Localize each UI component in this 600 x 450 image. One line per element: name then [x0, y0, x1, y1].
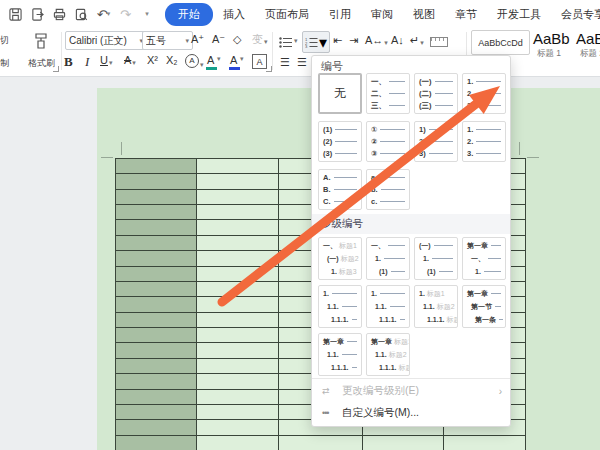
grow-font-button[interactable]: A⁺: [191, 34, 204, 45]
multilevel-option-2[interactable]: 一、1.(1): [366, 237, 410, 280]
save-icon[interactable]: [6, 5, 25, 24]
bullets-caret-icon[interactable]: ▾: [293, 37, 298, 44]
numbering-option-8[interactable]: A.B.C.: [318, 169, 362, 210]
table-cell[interactable]: [116, 190, 197, 205]
table-cell[interactable]: [197, 251, 279, 266]
style-heading2-preview[interactable]: AaBb: [576, 30, 600, 47]
clipboard-dialog-launcher[interactable]: [53, 66, 59, 72]
table-cell[interactable]: [197, 390, 279, 405]
font-size-combo[interactable]: 五号▾: [142, 31, 193, 50]
multilevel-option-1[interactable]: 一、标题1(一)标题21.标题3: [318, 237, 362, 280]
table-cell[interactable]: [116, 343, 197, 358]
numbering-option-4[interactable]: (1)(2)(3): [318, 121, 362, 162]
numbering-option-7[interactable]: 1.2.3.: [462, 121, 506, 162]
pinyin-guide-icon[interactable]: 变▾: [252, 34, 268, 45]
tab-引用[interactable]: 引用: [319, 4, 361, 25]
undo-caret-icon[interactable]: ▾: [107, 10, 111, 18]
table-cell[interactable]: [197, 267, 279, 282]
multilevel-option-5[interactable]: 1.1.1.1.1.1.: [318, 285, 362, 328]
underline-button[interactable]: U▾: [100, 55, 112, 66]
strikethrough-button[interactable]: A▾: [124, 55, 136, 66]
table-cell[interactable]: [197, 343, 279, 358]
table-cell[interactable]: [116, 328, 197, 343]
tab-插入[interactable]: 插入: [213, 4, 255, 25]
table-cell[interactable]: [197, 405, 279, 420]
highlight-color-button[interactable]: A: [207, 55, 214, 66]
undo-icon[interactable]: ↶▾: [94, 5, 113, 24]
table-cell[interactable]: [197, 236, 279, 251]
numbering-button[interactable]: 123 ▾: [302, 31, 330, 53]
font-color-button[interactable]: A: [230, 55, 237, 66]
print-preview-icon[interactable]: [72, 5, 91, 24]
table-cell[interactable]: [197, 359, 279, 374]
copy-button[interactable]: 复制: [0, 57, 9, 70]
subscript-button[interactable]: X₂: [166, 55, 178, 66]
table-cell[interactable]: [116, 420, 197, 435]
table-cell[interactable]: [116, 282, 197, 297]
numbering-option-6[interactable]: 1)2)3): [414, 121, 458, 162]
italic-button[interactable]: I: [85, 55, 89, 68]
multilevel-option-8[interactable]: 第一章第一节第一条: [462, 285, 506, 328]
multilevel-option-6[interactable]: 1.1.1.1.1.1.: [366, 285, 410, 328]
table-cell[interactable]: [116, 405, 197, 420]
table-cell[interactable]: [116, 205, 197, 220]
numbering-option-1[interactable]: 一、二、三、: [366, 73, 410, 114]
table-cell[interactable]: [197, 282, 279, 297]
tab-章节[interactable]: 章节: [445, 4, 487, 25]
multilevel-option-3[interactable]: (一)1.(1): [414, 237, 458, 280]
align-left-icon[interactable]: ☰: [280, 57, 290, 68]
enclose-character-icon[interactable]: A▾: [185, 54, 204, 68]
tab-开发工具[interactable]: 开发工具: [487, 4, 551, 25]
tab-会员专享[interactable]: 会员专享: [551, 4, 600, 25]
tab-页面布局[interactable]: 页面布局: [255, 4, 319, 25]
format-painter-icon[interactable]: [33, 32, 49, 54]
style-body-text[interactable]: AaBbCcDd: [471, 30, 530, 55]
table-cell[interactable]: [197, 420, 279, 435]
numbering-option-9[interactable]: a.b.c.: [366, 169, 410, 210]
increase-indent-icon[interactable]: ⇥: [349, 35, 358, 46]
font-name-combo[interactable]: Calibri (正文)▾: [65, 31, 147, 50]
align-center-icon[interactable]: ☰: [297, 57, 307, 68]
bold-button[interactable]: B: [64, 55, 73, 68]
show-marks-icon[interactable]: ↵▾: [410, 35, 424, 46]
table-cell[interactable]: [197, 190, 279, 205]
table-cell[interactable]: [116, 359, 197, 374]
tab-视图[interactable]: 视图: [403, 4, 445, 25]
table-cell[interactable]: [197, 313, 279, 328]
bullets-icon[interactable]: [279, 34, 292, 52]
numbering-option-2[interactable]: (一)(二)(三): [414, 73, 458, 114]
superscript-button[interactable]: X²: [147, 55, 158, 66]
multilevel-option-9[interactable]: 第一章1.1.1.1.1.: [318, 333, 362, 376]
multilevel-option-4[interactable]: 第一章一、1.: [462, 237, 506, 280]
table-cell[interactable]: [116, 313, 197, 328]
table-cell[interactable]: [197, 159, 279, 174]
tab-审阅[interactable]: 审阅: [361, 4, 403, 25]
numbering-option-5[interactable]: ①②③: [366, 121, 410, 162]
table-cell[interactable]: [197, 174, 279, 189]
print-icon[interactable]: [50, 5, 69, 24]
table-cell[interactable]: [116, 374, 197, 389]
customize-numbering-item[interactable]: ••• 自定义编号(M)...: [312, 403, 510, 423]
table-cell[interactable]: [197, 220, 279, 235]
highlight-caret-icon[interactable]: ▾: [216, 55, 221, 62]
table-cell[interactable]: [197, 374, 279, 389]
table-cell[interactable]: [116, 436, 197, 450]
style-heading1-preview[interactable]: AaBb: [533, 30, 570, 47]
multilevel-option-7[interactable]: 1.标题11.1.标题21.1.1.标题3: [414, 285, 458, 328]
table-cell[interactable]: [116, 390, 197, 405]
customize-quick-access-icon[interactable]: ▾: [138, 5, 157, 24]
export-icon[interactable]: [28, 5, 47, 24]
cut-button[interactable]: 剪切: [0, 34, 9, 47]
table-cell[interactable]: [197, 328, 279, 343]
text-direction-icon[interactable]: A↔▾: [365, 35, 388, 46]
sort-icon[interactable]: A↓: [391, 35, 404, 46]
table-cell[interactable]: [197, 436, 279, 450]
character-border-icon[interactable]: A: [252, 54, 267, 69]
table-cell[interactable]: [116, 267, 197, 282]
table-cell[interactable]: [116, 174, 197, 189]
table-cell[interactable]: [363, 436, 444, 450]
table-cell[interactable]: [444, 436, 526, 450]
format-painter-label[interactable]: 格式刷: [28, 57, 55, 70]
table-cell[interactable]: [197, 297, 279, 312]
table-cell[interactable]: [279, 436, 363, 450]
